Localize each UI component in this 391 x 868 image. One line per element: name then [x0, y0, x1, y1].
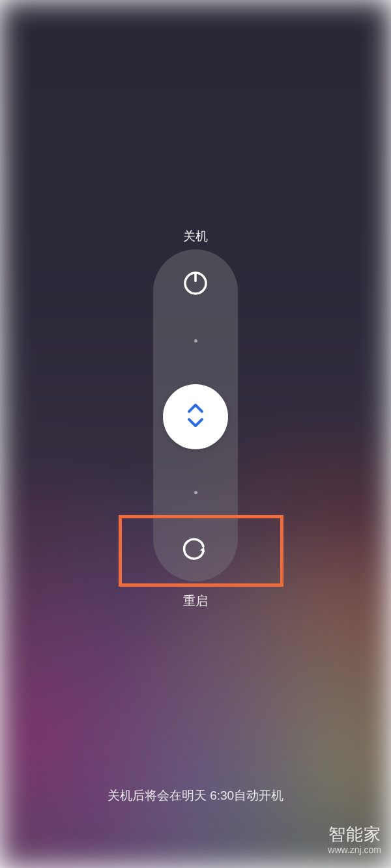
slider-arrows-icon [184, 402, 207, 432]
slider-dot-bottom [194, 491, 197, 494]
shutdown-label: 关机 [183, 228, 208, 245]
restart-label: 重启 [183, 593, 208, 609]
watermark: 智能家 www.znj.com [328, 823, 381, 855]
power-menu-container: 关机 [0, 0, 391, 868]
slider-handle[interactable] [163, 384, 228, 449]
watermark-url: www.znj.com [328, 845, 381, 855]
slider-dot-top [194, 339, 197, 343]
watermark-title: 智能家 [328, 823, 381, 846]
svg-rect-2 [193, 272, 198, 278]
restart-icon[interactable] [182, 536, 209, 562]
power-icon[interactable] [181, 269, 210, 298]
power-slider-pill[interactable] [153, 249, 238, 581]
auto-poweron-hint: 关机后将会在明天 6:30自动开机 [108, 787, 283, 804]
